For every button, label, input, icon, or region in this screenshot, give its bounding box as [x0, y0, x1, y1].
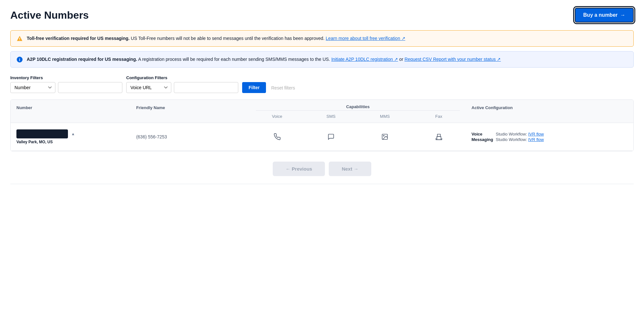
bottom-divider	[10, 184, 634, 184]
sms-icon	[310, 133, 352, 140]
inventory-input[interactable]	[58, 82, 122, 93]
svg-point-0	[19, 40, 20, 41]
a2p-initiate-link[interactable]: Initiate A2P 10DLC registration ↗	[331, 57, 398, 62]
fax-icon	[418, 133, 460, 140]
mms-icon	[364, 133, 406, 140]
config-voice-type: Voice	[471, 132, 493, 136]
table-row: ▲ Valley Park, MO, US (636) 556-7253	[11, 123, 633, 151]
inventory-select[interactable]: Number Location Type	[10, 82, 55, 93]
sub-col-empty-config	[466, 113, 633, 123]
previous-button[interactable]: ← Previous	[273, 162, 325, 176]
sms-cap-cell	[304, 123, 358, 151]
a2p-alert: A2P 10DLC registration required for US m…	[10, 51, 634, 68]
fax-cap-cell	[412, 123, 466, 151]
voice-icon	[256, 133, 298, 140]
config-select[interactable]: Voice URL SMS URL Fax URL	[126, 82, 171, 93]
sub-col-sms: SMS	[304, 113, 358, 123]
reset-filters-button[interactable]: Reset filters	[270, 83, 296, 93]
col-friendly: Friendly Name	[130, 100, 250, 113]
info-icon	[16, 56, 23, 63]
col-number: Number	[11, 100, 130, 113]
svg-rect-6	[437, 134, 440, 136]
svg-point-4	[384, 135, 384, 136]
number-location: Valley Park, MO, US	[16, 140, 125, 144]
a2p-csv-link[interactable]: Request CSV Report with your number stat…	[404, 57, 501, 62]
friendly-name-cell: (636) 556-7253	[130, 123, 250, 151]
next-button[interactable]: Next →	[329, 162, 371, 176]
voice-cap-cell	[250, 123, 304, 151]
inventory-filter-label: Inventory Filters	[10, 75, 122, 80]
active-config-cell: Voice Studio Workflow: IVR flow Messagin…	[466, 123, 633, 151]
buy-number-button[interactable]: Buy a number →	[575, 8, 634, 23]
page-title: Active Numbers	[10, 9, 89, 21]
voice-ivr-link[interactable]: IVR flow	[528, 132, 544, 136]
filters-section: Inventory Filters Number Location Type C…	[10, 75, 634, 93]
upgrade-icon: ▲	[71, 132, 75, 136]
sub-col-fax: Fax	[412, 113, 466, 123]
numbers-table-container: Number Friendly Name Capabilities Active…	[10, 99, 634, 151]
pagination: ← Previous Next →	[10, 162, 634, 176]
sub-col-mms: MMS	[358, 113, 412, 123]
friendly-name: (636) 556-7253	[136, 134, 167, 139]
toll-free-link[interactable]: Learn more about toll free verification …	[326, 36, 405, 41]
redacted-number	[16, 129, 68, 138]
numbers-table: Number Friendly Name Capabilities Active…	[11, 100, 633, 151]
sub-col-empty-friendly	[130, 113, 250, 123]
config-filter-label: Configuration Filters	[126, 75, 238, 80]
sub-col-voice: Voice	[250, 113, 304, 123]
toll-free-alert: Toll-free verification required for US m…	[10, 30, 634, 47]
mms-cap-cell	[358, 123, 412, 151]
config-voice-value: Studio Workflow: IVR flow	[496, 132, 628, 136]
a2p-alert-text: A2P 10DLC registration required for US m…	[27, 56, 501, 63]
col-capabilities: Capabilities	[250, 100, 466, 113]
col-active-config: Active Configuration	[466, 100, 633, 113]
config-messaging-type: Messaging	[471, 137, 493, 142]
number-cell: ▲ Valley Park, MO, US	[11, 123, 130, 151]
config-filter-group: Configuration Filters Voice URL SMS URL …	[126, 75, 238, 93]
warning-icon	[16, 35, 23, 42]
active-config: Voice Studio Workflow: IVR flow Messagin…	[471, 132, 628, 142]
messaging-ivr-link[interactable]: IVR flow	[528, 137, 544, 142]
toll-free-alert-text: Toll-free verification required for US m…	[27, 35, 405, 42]
inventory-filter-group: Inventory Filters Number Location Type	[10, 75, 122, 93]
filter-button[interactable]: Filter	[242, 82, 266, 93]
sub-col-empty-number	[11, 113, 130, 123]
config-messaging-value: Studio Workflow: IVR flow	[496, 137, 628, 142]
svg-rect-5	[437, 136, 441, 140]
svg-point-2	[19, 58, 20, 59]
config-input[interactable]	[174, 82, 238, 93]
